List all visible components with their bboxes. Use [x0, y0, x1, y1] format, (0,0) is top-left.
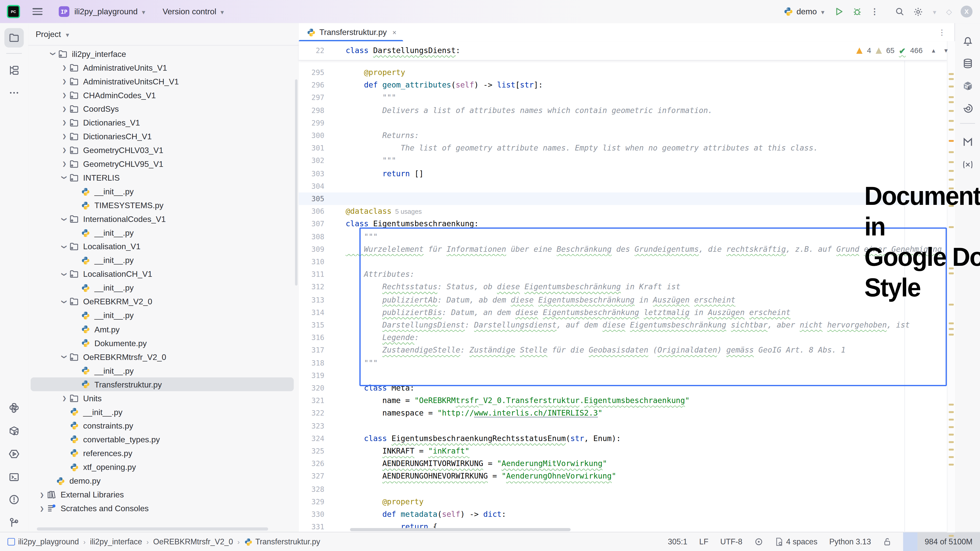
chevron-down-icon[interactable]: ▼ [943, 48, 949, 54]
line-ending[interactable]: LF [699, 537, 708, 546]
code-line-309[interactable]: 309 Wurzelelement für Informationen über… [299, 243, 948, 256]
python-console-icon[interactable] [4, 398, 24, 417]
tree-item-scratches-and-consoles[interactable]: ❯Scratches and Consoles [30, 502, 294, 515]
database-icon[interactable] [959, 54, 977, 72]
python-packages-icon[interactable] [4, 421, 24, 441]
tree-item-administrativeunitsch-v1[interactable]: ❯AdministrativeUnitsCH_V1 [30, 75, 294, 88]
chevron-icon[interactable]: ❯ [59, 161, 69, 167]
breadcrumb-item[interactable]: ili2py_playground [7, 537, 79, 546]
stripe-typo-mark[interactable] [949, 304, 954, 306]
tree-item--init-py[interactable]: __init__.py [30, 254, 294, 267]
search-everywhere-icon[interactable] [895, 7, 904, 16]
code-line-319[interactable]: 319 [299, 369, 948, 382]
run-configuration-selector[interactable]: demo ▼ [784, 7, 826, 16]
tree-item--init-py[interactable]: __init__.py [30, 281, 294, 295]
chevron-icon[interactable]: ❯ [59, 133, 69, 139]
code-line-315[interactable]: 315 DarstellungsDienst: Darstellungsdien… [299, 319, 948, 331]
project-folder-icon[interactable] [4, 28, 24, 48]
stripe-warning-mark[interactable] [949, 140, 954, 142]
more-actions-icon[interactable]: ⋮ [870, 7, 879, 16]
code-line-320[interactable]: 320 class Meta: [299, 382, 948, 394]
code-line-302[interactable]: 302 """ [299, 155, 948, 167]
code-line-327[interactable]: 327 AENDERUNGOHNEVORWIRKUNG = "Aenderung… [299, 470, 948, 483]
editor[interactable]: Transferstruktur.py × ⋮ 22class Darstell… [299, 23, 955, 532]
tree-item--init-py[interactable]: __init__.py [30, 309, 294, 322]
code-line-296[interactable]: 296 def geom_attributes(self) -> list[st… [299, 79, 948, 91]
chevron-icon[interactable]: ❯ [37, 505, 47, 511]
stripe-typo-mark[interactable] [949, 328, 954, 330]
code-line-329[interactable]: 329 @property [299, 495, 948, 508]
tree-item-oerebkrm-v2-0[interactable]: ❯OeREBKRM_V2_0 [30, 295, 294, 309]
stripe-typo-mark[interactable] [949, 170, 954, 171]
code-line-323[interactable]: 323 [299, 420, 948, 432]
stripe-typo-mark[interactable] [949, 129, 954, 130]
breadcrumb-item[interactable]: OeREBKRMtrsfr_V2_0 [153, 537, 233, 546]
chevron-icon[interactable]: ❯ [50, 49, 56, 59]
tree-item-interlis[interactable]: ❯INTERLIS [30, 171, 294, 185]
tree-item-demo-py[interactable]: demo.py [30, 474, 294, 488]
code-line-326[interactable]: 326 AENDERUNGMITVORWIRKUNG = "AenderungM… [299, 457, 948, 470]
user-avatar[interactable]: X [961, 6, 973, 17]
project-selector[interactable]: ili2py_playground ▼ [75, 7, 146, 16]
tree-item-localisation-v1[interactable]: ❯Localisation_V1 [30, 240, 294, 254]
stripe-typo-mark[interactable] [949, 110, 954, 112]
chevron-icon[interactable]: ❯ [37, 492, 47, 498]
code-line-330[interactable]: 330 def metadata(self) -> dict: [299, 508, 948, 521]
code-line-306[interactable]: 306@dataclass 5 usages [299, 205, 948, 218]
stripe-typo-mark[interactable] [949, 456, 954, 458]
tree-item-administrativeunits-v1[interactable]: ❯AdministrativeUnits_V1 [30, 61, 294, 75]
tree-item-dokumente-py[interactable]: Dokumente.py [30, 336, 294, 350]
chevron-up-icon[interactable]: ▲ [931, 48, 936, 54]
chevron-icon[interactable]: ❯ [61, 297, 67, 306]
debug-button[interactable] [853, 7, 862, 16]
stripe-typo-mark[interactable] [949, 419, 954, 421]
code-line-321[interactable]: 321 name = "OeREBKRMtrsfr_V2_0.Transfers… [299, 394, 948, 407]
code-line-313[interactable]: 313 publiziertAb: Datum, ab dem diese Ei… [299, 293, 948, 306]
tree-item--init-py[interactable]: __init__.py [30, 364, 294, 378]
stripe-typo-mark[interactable] [949, 411, 954, 413]
tree-item-units[interactable]: ❯Units [30, 391, 294, 405]
stripe-typo-mark[interactable] [949, 96, 954, 98]
tree-item-coordsys[interactable]: ❯CoordSys [30, 102, 294, 116]
chevron-icon[interactable]: ❯ [59, 64, 69, 70]
project-panel-header[interactable]: Project ▼ [28, 23, 299, 46]
unlock-icon[interactable] [883, 537, 891, 546]
tree-item-dictionaries-v1[interactable]: ❯Dictionaries_V1 [30, 116, 294, 130]
stripe-typo-mark[interactable] [949, 403, 954, 405]
code-line-328[interactable]: 328 [299, 483, 948, 495]
stripe-typo-mark[interactable] [949, 333, 954, 335]
tree-item-chadmincodes-v1[interactable]: ❯CHAdminCodes_V1 [30, 88, 294, 102]
tree-item-external-libraries[interactable]: ❯External Libraries [30, 488, 294, 502]
tree-item-references-py[interactable]: references.py [30, 446, 294, 460]
version-control-menu[interactable]: Version control ▼ [162, 7, 225, 16]
tree-item-geometrychlv03-v1[interactable]: ❯GeometryCHLV03_V1 [30, 143, 294, 157]
chevron-icon[interactable]: ❯ [61, 241, 67, 251]
tree-item-timesystems-py[interactable]: TIMESYSTEMS.py [30, 198, 294, 212]
tree-item-convertable-types-py[interactable]: convertable_types.py [30, 433, 294, 446]
sticky-header-line[interactable]: 22class DarstellungsDienst: [299, 41, 948, 61]
chevron-icon[interactable]: ❯ [59, 106, 69, 112]
stripe-typo-mark[interactable] [949, 322, 954, 324]
code-line-305[interactable]: 305 [299, 192, 948, 205]
close-icon[interactable]: × [392, 28, 396, 36]
stripe-typo-mark[interactable] [949, 101, 954, 103]
tab-transferstruktur[interactable]: Transferstruktur.py × [299, 23, 403, 41]
tree-item-geometrychlv95-v1[interactable]: ❯GeometryCHLV95_V1 [30, 157, 294, 171]
problems-icon[interactable] [4, 490, 24, 510]
notifications-bell-icon[interactable] [959, 32, 977, 49]
inspections-widget[interactable]: 4 65 ✔ 466 ▲ ▼ [856, 41, 949, 60]
stripe-typo-mark[interactable] [949, 426, 954, 428]
tree-item-oerebkrmtrsfr-v2-0[interactable]: ❯OeREBKRMtrsfr_V2_0 [30, 350, 294, 364]
chevron-icon[interactable]: ❯ [59, 92, 69, 98]
stripe-typo-mark[interactable] [949, 179, 954, 181]
code-line-316[interactable]: 316 Legende: [299, 331, 948, 344]
tree-item-internationalcodes-v1[interactable]: ❯InternationalCodes_V1 [30, 212, 294, 226]
chevron-icon[interactable]: ❯ [59, 119, 69, 125]
tree-item-localisationch-v1[interactable]: ❯LocalisationCH_V1 [30, 267, 294, 281]
variables-icon[interactable] [959, 156, 977, 173]
stripe-typo-mark[interactable] [949, 535, 954, 537]
code-line-322[interactable]: 322 namespace = "http://www.interlis.ch/… [299, 407, 948, 420]
tree-item-amt-py[interactable]: Amt.py [30, 322, 294, 336]
editor-scrollbar-horizontal[interactable] [350, 528, 571, 531]
stripe-typo-mark[interactable] [949, 441, 954, 443]
